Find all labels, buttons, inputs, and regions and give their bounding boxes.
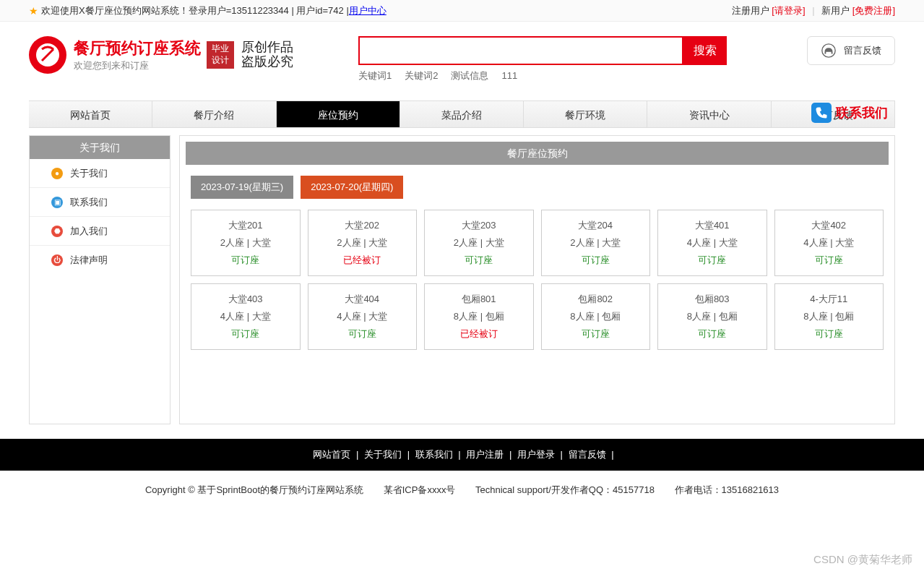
search-button[interactable]: 搜索	[683, 36, 727, 65]
seat-info: 2人座 | 大堂	[194, 236, 297, 249]
sidebar-label: 关于我们	[70, 159, 108, 188]
header: 餐厅预约订座系统 欢迎您到来和订座 毕业 设计 原创作品 盗版必究 搜索 关键词…	[0, 22, 924, 90]
reg-user-label: 注册用户	[732, 5, 769, 16]
date-tabs: 2023-07-19(星期三)2023-07-20(星期四)	[191, 176, 884, 199]
seat-card[interactable]: 大堂4014人座 | 大堂可订座	[657, 210, 767, 276]
seat-info: 8人座 | 包厢	[661, 310, 764, 323]
seat-info: 8人座 | 包厢	[545, 310, 647, 323]
login-link[interactable]: [请登录]	[772, 5, 805, 16]
sidebar-icon: ⬣	[51, 226, 63, 237]
sidebar-icon: ▣	[51, 197, 63, 208]
seat-status: 可订座	[661, 327, 764, 340]
footer-link-5[interactable]: 留言反馈	[569, 449, 606, 460]
keyword-link[interactable]: 关键词2	[405, 70, 438, 81]
nav-item-0[interactable]: 网站首页	[29, 101, 152, 127]
seat-name: 大堂204	[545, 219, 647, 232]
separator: |	[812, 5, 814, 16]
sidebar-item-3[interactable]: ⏻法律声明	[30, 246, 170, 275]
seat-card[interactable]: 包厢8028人座 | 包厢可订座	[541, 283, 651, 350]
search-box: 搜索	[358, 36, 727, 65]
seat-name: 大堂403	[194, 293, 297, 306]
logo-subtitle: 欢迎您到来和订座	[74, 59, 201, 72]
seat-status: 可订座	[194, 254, 297, 267]
free-register-link[interactable]: [免费注册]	[852, 5, 895, 16]
welcome-text: 欢迎使用X餐厅座位预约网站系统！登录用户=13511223344 | 用户id=…	[41, 0, 349, 22]
sidebar-item-2[interactable]: ⬣加入我们	[30, 217, 170, 246]
seat-status: 可订座	[778, 254, 881, 267]
footer-link-3[interactable]: 用户注册	[466, 449, 504, 460]
footer-link-1[interactable]: 关于我们	[364, 449, 402, 460]
date-tab-0[interactable]: 2023-07-19(星期三)	[191, 176, 293, 199]
sidebar-label: 加入我们	[70, 217, 108, 246]
nav-contact[interactable]: 联系我们	[811, 103, 895, 123]
seat-name: 包厢803	[661, 293, 764, 306]
seat-status: 可订座	[545, 254, 647, 267]
phone-icon	[811, 103, 832, 123]
footer-info: Copyright © 基于SprintBoot的餐厅预约订座网站系统 某省IC…	[0, 471, 924, 510]
seat-card[interactable]: 大堂4034人座 | 大堂可订座	[191, 283, 301, 350]
graduation-badge: 毕业 设计	[207, 41, 234, 69]
seat-card[interactable]: 大堂4044人座 | 大堂可订座	[308, 283, 418, 350]
star-icon: ★	[29, 0, 38, 22]
footer-link-0[interactable]: 网站首页	[313, 449, 350, 460]
seat-info: 4人座 | 大堂	[194, 310, 297, 323]
nav-item-3[interactable]: 菜品介绍	[400, 101, 524, 127]
sidebar-title: 关于我们	[30, 136, 170, 159]
seat-status: 可订座	[778, 327, 881, 340]
seat-info: 4人座 | 大堂	[661, 236, 764, 249]
copyright-text: Copyright © 基于SprintBoot的餐厅预约订座网站系统	[145, 484, 363, 495]
nav-item-1[interactable]: 餐厅介绍	[152, 101, 276, 127]
content-title: 餐厅座位预约	[186, 142, 889, 165]
main-nav: 网站首页餐厅介绍座位预约菜品介绍餐厅环境资讯中心留言反馈 联系我们	[29, 100, 895, 128]
seat-status: 已经被订	[428, 327, 530, 340]
headset-icon	[821, 43, 837, 59]
logo-title: 餐厅预约订座系统	[74, 38, 201, 59]
sidebar-item-0[interactable]: ●关于我们	[30, 159, 170, 188]
content-panel: 餐厅座位预约 2023-07-19(星期三)2023-07-20(星期四) 大堂…	[179, 135, 895, 424]
keyword-link[interactable]: 111	[501, 70, 517, 81]
seat-status: 已经被订	[311, 254, 414, 267]
seat-card[interactable]: 大堂2042人座 | 大堂可订座	[541, 210, 651, 276]
top-right: 注册用户 [请登录] | 新用户 [免费注册]	[732, 0, 895, 21]
feedback-button[interactable]: 留言反馈	[807, 36, 895, 65]
nav-item-2[interactable]: 座位预约	[277, 101, 400, 127]
seat-info: 4人座 | 大堂	[311, 310, 414, 323]
seat-name: 包厢801	[428, 293, 530, 306]
footer-link-2[interactable]: 联系我们	[415, 449, 453, 460]
nav-contact-text: 联系我们	[836, 104, 888, 121]
seat-card[interactable]: 包厢8018人座 | 包厢已经被订	[424, 283, 534, 350]
seat-name: 大堂201	[194, 219, 297, 232]
seat-name: 大堂202	[311, 219, 414, 232]
nav-item-5[interactable]: 资讯中心	[647, 101, 771, 127]
seat-info: 2人座 | 大堂	[545, 236, 647, 249]
nav-item-4[interactable]: 餐厅环境	[524, 101, 647, 127]
seat-info: 2人座 | 大堂	[428, 236, 530, 249]
seat-name: 大堂401	[661, 219, 764, 232]
date-tab-1[interactable]: 2023-07-20(星期四)	[301, 176, 403, 199]
search-area: 搜索 关键词1关键词2测试信息111	[358, 36, 727, 82]
footer-link-4[interactable]: 用户登录	[517, 449, 555, 460]
seat-status: 可订座	[661, 254, 764, 267]
top-bar: ★ 欢迎使用X餐厅座位预约网站系统！登录用户=13511223344 | 用户i…	[0, 0, 924, 22]
seat-card[interactable]: 大堂2022人座 | 大堂已经被订	[308, 210, 418, 276]
user-center-link[interactable]: 用户中心	[349, 0, 387, 22]
seat-card[interactable]: 大堂2032人座 | 大堂可订座	[424, 210, 534, 276]
keyword-link[interactable]: 测试信息	[451, 70, 488, 81]
search-input[interactable]	[358, 36, 683, 65]
author-phone-text: 作者电话：13516821613	[675, 484, 780, 495]
keyword-link[interactable]: 关键词1	[358, 70, 392, 81]
icp-text: 某省ICP备xxxx号	[384, 484, 456, 495]
tech-support-text: Technical support/开发作者QQ：45157718	[475, 484, 655, 495]
main-area: 关于我们 ●关于我们▣联系我们⬣加入我们⏻法律声明 餐厅座位预约 2023-07…	[29, 135, 895, 424]
seat-card[interactable]: 包厢8038人座 | 包厢可订座	[657, 283, 767, 350]
footer-nav: 网站首页 | 关于我们 | 联系我们 | 用户注册 | 用户登录 | 留言反馈 …	[0, 439, 924, 471]
seat-info: 8人座 | 包厢	[428, 310, 530, 323]
sidebar-icon: ●	[51, 168, 63, 179]
seat-name: 4-大厅11	[778, 293, 881, 306]
seat-card[interactable]: 大堂2012人座 | 大堂可订座	[191, 210, 301, 276]
seat-card[interactable]: 大堂4024人座 | 大堂可订座	[774, 210, 884, 276]
sidebar-item-1[interactable]: ▣联系我们	[30, 188, 170, 217]
original-work-text: 原创作品 盗版必究	[241, 40, 293, 69]
seat-card[interactable]: 4-大厅118人座 | 包厢可订座	[774, 283, 884, 350]
seat-status: 可订座	[545, 327, 647, 340]
